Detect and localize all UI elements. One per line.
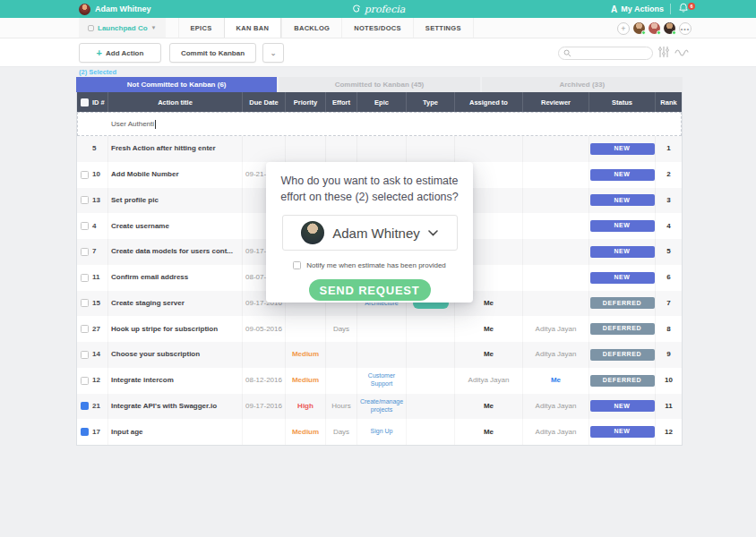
- workspace-selector[interactable]: Launchpad Co ▼: [79, 18, 166, 38]
- due-date: [243, 136, 286, 162]
- add-action-button[interactable]: + Add Action: [79, 43, 161, 63]
- current-user[interactable]: Adam Whitney: [79, 4, 151, 15]
- tab-not-committed[interactable]: Not Committed to Kanban (6): [76, 77, 277, 92]
- action-title[interactable]: Integrate API's with Swagger.io: [108, 394, 243, 420]
- my-actions-icon: A: [611, 4, 617, 14]
- epic-link[interactable]: Create/manage projects: [357, 394, 407, 420]
- action-id: 10: [92, 170, 100, 179]
- table-row[interactable]: 17 Input age Medium Days Sign Up Me Adit…: [77, 419, 682, 445]
- action-title[interactable]: Fresh Action after hitting enter: [108, 136, 243, 162]
- status-badge: DEFERRED: [590, 349, 655, 361]
- tab-kanban[interactable]: KAN BAN: [224, 18, 282, 38]
- my-actions-button[interactable]: A My Actions: [611, 4, 664, 14]
- action-id: 4: [92, 222, 96, 231]
- member-avatar[interactable]: [633, 22, 645, 34]
- row-checkbox[interactable]: [81, 299, 89, 307]
- effort: Days: [326, 316, 357, 342]
- send-request-button[interactable]: SEND REQUEST: [309, 279, 431, 301]
- assignee-select[interactable]: Adam Whitney: [282, 215, 458, 251]
- epic-link[interactable]: Customer Support: [357, 368, 407, 394]
- action-id: 14: [92, 350, 100, 359]
- notifications-bell-icon[interactable]: 6: [677, 2, 692, 16]
- action-title[interactable]: Add Mobile Number: [108, 162, 243, 188]
- user-avatar: [79, 4, 90, 15]
- table-row[interactable]: 5 Fresh Action after hitting enter NEW 1: [77, 136, 682, 162]
- action-title[interactable]: Integrate intercom: [108, 368, 243, 394]
- row-checkbox[interactable]: [81, 325, 89, 333]
- tab-notes-docs[interactable]: NOTES/DOCS: [341, 18, 413, 38]
- reviewer: [523, 136, 589, 162]
- rank: 11: [656, 394, 682, 420]
- logo-text: profecia: [365, 4, 406, 15]
- assignee-avatar: [301, 221, 324, 244]
- action-id: 13: [92, 196, 100, 205]
- action-title[interactable]: Choose your subscription: [108, 342, 243, 368]
- rank: 8: [656, 316, 682, 342]
- row-checkbox[interactable]: [81, 196, 89, 204]
- epic-link[interactable]: [357, 136, 407, 162]
- add-member-button[interactable]: +: [617, 22, 630, 35]
- plus-icon: +: [97, 47, 102, 58]
- row-checkbox[interactable]: [81, 351, 89, 359]
- notify-label: Notify me when estimate has been provide…: [306, 261, 446, 269]
- reviewer: [523, 265, 589, 291]
- status-badge: DEFERRED: [590, 297, 655, 309]
- quick-add-row[interactable]: User Authenti: [77, 112, 682, 136]
- notify-option[interactable]: Notify me when estimate has been provide…: [266, 261, 473, 269]
- activity-wave-icon[interactable]: [674, 46, 689, 58]
- due-date: [243, 419, 286, 445]
- tab-committed[interactable]: Committed to Kanban (45): [279, 77, 479, 92]
- row-checkbox[interactable]: [81, 402, 89, 410]
- table-row[interactable]: 27 Hook up stripe for subscription 09-05…: [77, 316, 682, 342]
- action-title[interactable]: Create data models for users cont...: [108, 239, 243, 265]
- action-title[interactable]: Input age: [108, 419, 243, 445]
- quick-add-input-value[interactable]: User Authenti: [111, 120, 154, 128]
- member-avatar[interactable]: [664, 22, 675, 34]
- status-badge: DEFERRED: [590, 375, 655, 387]
- reviewer: [523, 291, 589, 317]
- row-checkbox[interactable]: [81, 428, 89, 436]
- table-row[interactable]: 12 Integrate intercom 08-12-2016 Medium …: [77, 368, 682, 394]
- status-badge: NEW: [590, 194, 655, 206]
- tab-backlog[interactable]: BACKLOG: [281, 18, 341, 38]
- selection-count-label: (2) Selected: [79, 68, 116, 76]
- action-title[interactable]: Create username: [108, 213, 243, 239]
- select-all-checkbox[interactable]: [81, 98, 89, 107]
- rank: 5: [656, 239, 682, 265]
- status-badge: NEW: [590, 169, 655, 181]
- action-title[interactable]: Create staging server: [108, 291, 243, 317]
- row-checkbox[interactable]: [81, 274, 89, 282]
- workspace-icon: [88, 25, 94, 31]
- commit-to-kanban-button[interactable]: Commit to Kanban: [169, 43, 256, 63]
- tab-archived[interactable]: Archived (33): [482, 77, 683, 92]
- action-title[interactable]: Confirm email address: [108, 265, 243, 291]
- epic-link[interactable]: [357, 316, 407, 342]
- table-row[interactable]: 21 Integrate API's with Swagger.io 09-17…: [77, 394, 682, 420]
- row-checkbox[interactable]: [81, 222, 89, 230]
- filter-sliders-icon[interactable]: [657, 46, 670, 58]
- row-checkbox[interactable]: [81, 248, 89, 256]
- table-row[interactable]: 14 Choose your subscription Medium Me Ad…: [77, 342, 682, 368]
- row-checkbox[interactable]: [81, 377, 89, 385]
- effort: [326, 368, 357, 394]
- action-id: 27: [92, 325, 100, 334]
- commit-dropdown-button[interactable]: ⌄: [262, 43, 284, 63]
- action-title[interactable]: Set profile pic: [108, 188, 243, 214]
- reviewer: [523, 239, 589, 265]
- row-checkbox[interactable]: [81, 171, 89, 179]
- assigned-to: Me: [455, 419, 523, 445]
- tab-epics[interactable]: EPICS: [178, 18, 224, 38]
- search-input[interactable]: [574, 49, 649, 57]
- more-members-button[interactable]: •••: [679, 22, 692, 35]
- epic-link[interactable]: Sign Up: [357, 419, 407, 445]
- epic-link[interactable]: [357, 342, 407, 368]
- notify-checkbox[interactable]: [293, 261, 301, 269]
- due-date: 09-17-2016: [243, 394, 286, 420]
- effort: [326, 342, 357, 368]
- app-logo: profecia: [351, 4, 406, 15]
- priority: Medium: [286, 419, 326, 445]
- member-avatar[interactable]: [649, 22, 660, 34]
- tab-settings[interactable]: SETTINGS: [413, 18, 474, 38]
- online-dot: [641, 30, 646, 35]
- action-title[interactable]: Hook up stripe for subscription: [108, 316, 243, 342]
